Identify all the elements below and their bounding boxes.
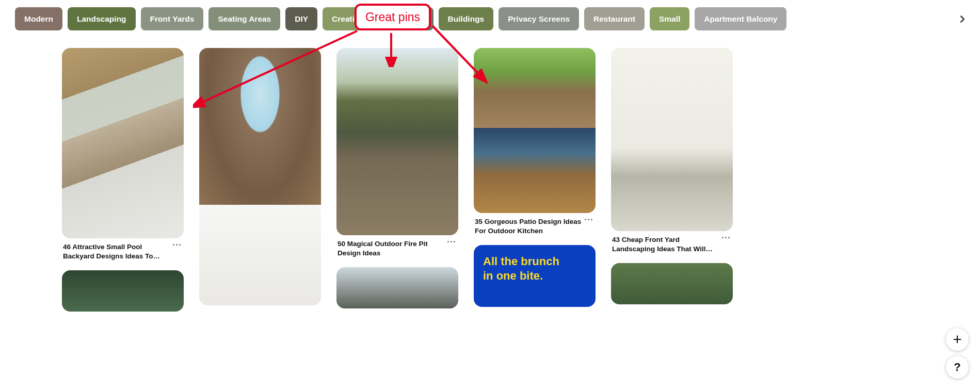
pin-card[interactable] (62, 270, 184, 312)
pin-image[interactable] (336, 48, 458, 235)
pin-card[interactable]: 46 Attractive Small Pool Backyard Design… (62, 48, 184, 261)
pin-image[interactable]: All the brunch in one bite. (474, 245, 596, 307)
pin-meta: 46 Attractive Small Pool Backyard Design… (62, 242, 184, 261)
annotation-callout: Great pins (355, 4, 431, 30)
pin-column: 50 Magical Outdoor Fire Pit Design Ideas… (336, 48, 458, 312)
category-tag-seating-areas[interactable]: Seating Areas (208, 7, 280, 30)
pin-card[interactable]: All the brunch in one bite. (474, 245, 596, 307)
pin-image[interactable] (611, 48, 733, 231)
pin-card[interactable]: 50 Magical Outdoor Fire Pit Design Ideas… (336, 48, 458, 258)
chevron-right-icon (957, 13, 968, 25)
pin-image[interactable] (62, 270, 184, 312)
category-filter-bar: Modern Landscaping Front Yards Seating A… (0, 0, 980, 38)
pin-image[interactable] (199, 205, 321, 305)
pin-meta: 43 Cheap Front Yard Landscaping Ideas Th… (611, 235, 733, 254)
annotation-label: Great pins (365, 10, 420, 24)
pin-column: 46 Attractive Small Pool Backyard Design… (62, 48, 184, 312)
pin-image[interactable] (62, 48, 184, 238)
more-options-icon[interactable]: ··· (447, 239, 457, 245)
category-tag-restaurant[interactable]: Restaurant (584, 7, 645, 30)
category-tag-front-yards[interactable]: Front Yards (141, 7, 204, 30)
pin-title[interactable]: 50 Magical Outdoor Fire Pit Design Ideas (338, 239, 445, 258)
pins-grid: 46 Attractive Small Pool Backyard Design… (0, 38, 980, 312)
pin-column (199, 48, 321, 312)
pin-title[interactable]: 43 Cheap Front Yard Landscaping Ideas Th… (612, 235, 719, 254)
category-tag-landscaping[interactable]: Landscaping (68, 7, 136, 30)
pin-image[interactable] (474, 48, 596, 213)
pin-title[interactable]: 46 Attractive Small Pool Backyard Design… (63, 242, 170, 261)
ad-headline-line1: All the brunch (483, 254, 586, 269)
pin-card[interactable] (336, 267, 458, 308)
pin-column: 43 Cheap Front Yard Landscaping Ideas Th… (611, 48, 733, 312)
pin-card[interactable] (611, 263, 733, 304)
category-tag-buildings[interactable]: Buildings (439, 7, 494, 30)
pin-meta: 50 Magical Outdoor Fire Pit Design Ideas… (336, 239, 458, 258)
more-options-icon[interactable]: ··· (584, 217, 595, 222)
pin-card[interactable] (199, 48, 321, 305)
pin-column: 35 Gorgeous Patio Design Ideas For Outdo… (474, 48, 596, 312)
scroll-right-button[interactable] (951, 8, 974, 30)
category-tag-privacy-screens[interactable]: Privacy Screens (499, 7, 579, 30)
pin-meta: 35 Gorgeous Patio Design Ideas For Outdo… (474, 217, 596, 236)
more-options-icon[interactable]: ··· (721, 235, 732, 240)
category-tag-diy[interactable]: DIY (285, 7, 317, 30)
ad-headline-line2: in one bite. (483, 269, 586, 283)
pin-card[interactable]: 35 Gorgeous Patio Design Ideas For Outdo… (474, 48, 596, 236)
category-tag-apartment-balcony[interactable]: Apartment Balcony (695, 7, 786, 30)
category-tag-small[interactable]: Small (650, 7, 689, 30)
pin-title[interactable]: 35 Gorgeous Patio Design Ideas For Outdo… (475, 217, 582, 236)
category-tag-modern[interactable]: Modern (15, 7, 62, 30)
pin-image[interactable] (336, 267, 458, 308)
pin-card[interactable]: 43 Cheap Front Yard Landscaping Ideas Th… (611, 48, 733, 254)
more-options-icon[interactable]: ··· (172, 242, 183, 248)
pin-image[interactable] (199, 48, 321, 213)
pin-image[interactable] (611, 263, 733, 304)
